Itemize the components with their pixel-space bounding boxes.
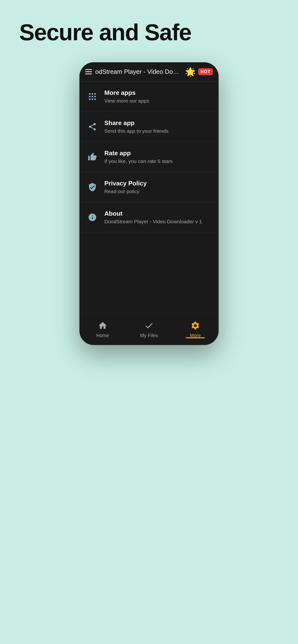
phone-mockup: odStream Player - Video Downlo... 🌟 HOT [79, 62, 219, 345]
bottom-nav: Home My Files More [79, 314, 219, 345]
privacy-policy-subtitle: Read our policy [104, 188, 146, 194]
rate-app-subtitle: If you like, you can rate 5 stars [104, 158, 173, 164]
share-icon [86, 120, 99, 133]
grid-icon [86, 90, 99, 103]
about-title: About [104, 210, 202, 217]
more-apps-text: More apps View more our apps [104, 89, 149, 104]
nav-item-home[interactable]: Home [79, 321, 126, 338]
privacy-policy-text: Privacy Policy Read our policy [104, 180, 146, 194]
svg-rect-4 [92, 96, 93, 97]
svg-rect-2 [94, 93, 96, 94]
svg-rect-5 [94, 96, 96, 97]
topbar: odStream Player - Video Downlo... 🌟 HOT [79, 62, 219, 82]
topbar-icons: 🌟 HOT [185, 67, 213, 77]
menu-item-share-app[interactable]: Share app Send this app to your friends [79, 112, 219, 142]
rate-app-title: Rate app [104, 150, 173, 157]
nav-files-label: My Files [140, 333, 158, 338]
svg-rect-7 [92, 98, 93, 100]
rate-app-text: Rate app If you like, you can rate 5 sta… [104, 150, 173, 164]
svg-rect-6 [89, 98, 90, 100]
more-apps-subtitle: View more our apps [104, 98, 149, 104]
svg-rect-8 [94, 98, 96, 100]
share-app-text: Share app Send this app to your friends [104, 119, 169, 134]
nav-item-more[interactable]: More [172, 321, 219, 338]
svg-rect-0 [89, 93, 90, 94]
thumbsup-icon [86, 151, 99, 163]
files-icon [144, 321, 154, 331]
menu-list: More apps View more our apps Share app S… [79, 82, 219, 232]
nav-item-my-files[interactable]: My Files [126, 321, 172, 338]
menu-item-about[interactable]: About DoodStream Player - Video Download… [79, 202, 219, 232]
privacy-policy-title: Privacy Policy [104, 180, 146, 187]
home-icon [98, 321, 107, 331]
info-icon [86, 211, 99, 224]
svg-rect-3 [89, 96, 90, 97]
more-apps-title: More apps [104, 89, 149, 96]
about-subtitle: DoodStream Player - Video Downloader v 1 [104, 219, 202, 224]
menu-item-rate-app[interactable]: Rate app If you like, you can rate 5 sta… [79, 142, 219, 172]
shield-icon [86, 181, 99, 193]
page-title: Secure and Safe [19, 19, 191, 46]
gear-icon [191, 321, 200, 331]
share-app-title: Share app [104, 119, 169, 127]
share-app-subtitle: Send this app to your friends [104, 128, 169, 134]
nav-home-label: Home [96, 333, 109, 338]
hot-badge: HOT [198, 68, 213, 75]
menu-item-more-apps[interactable]: More apps View more our apps [79, 82, 219, 112]
hamburger-icon[interactable] [85, 69, 92, 74]
menu-content: More apps View more our apps Share app S… [79, 82, 219, 314]
svg-rect-1 [92, 93, 93, 94]
about-text: About DoodStream Player - Video Download… [104, 210, 202, 224]
topbar-title: odStream Player - Video Downlo... [95, 68, 179, 76]
menu-item-privacy-policy[interactable]: Privacy Policy Read our policy [79, 172, 219, 202]
active-underline [186, 337, 205, 338]
star-emoji: 🌟 [185, 67, 196, 77]
